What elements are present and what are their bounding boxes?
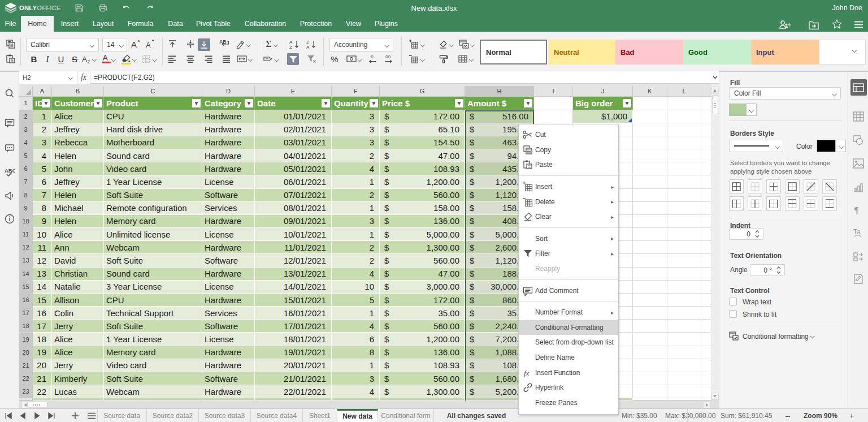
svg-text:Ta: Ta (853, 228, 861, 236)
svg-text:Z: Z (306, 40, 309, 45)
svg-text:.0: .0 (370, 54, 374, 59)
svg-text:A: A (289, 40, 293, 45)
svg-text:.00: .00 (384, 54, 391, 59)
svg-text:A: A (131, 40, 137, 49)
svg-text:Z: Z (289, 45, 292, 49)
svg-text:fx: fx (524, 369, 530, 377)
svg-text:¶: ¶ (854, 205, 859, 215)
svg-text:A: A (306, 45, 310, 49)
svg-text:A: A (82, 55, 87, 63)
svg-text:2: 2 (88, 59, 90, 64)
svg-text:A: A (146, 41, 151, 49)
svg-text:ABC: ABC (5, 167, 15, 174)
